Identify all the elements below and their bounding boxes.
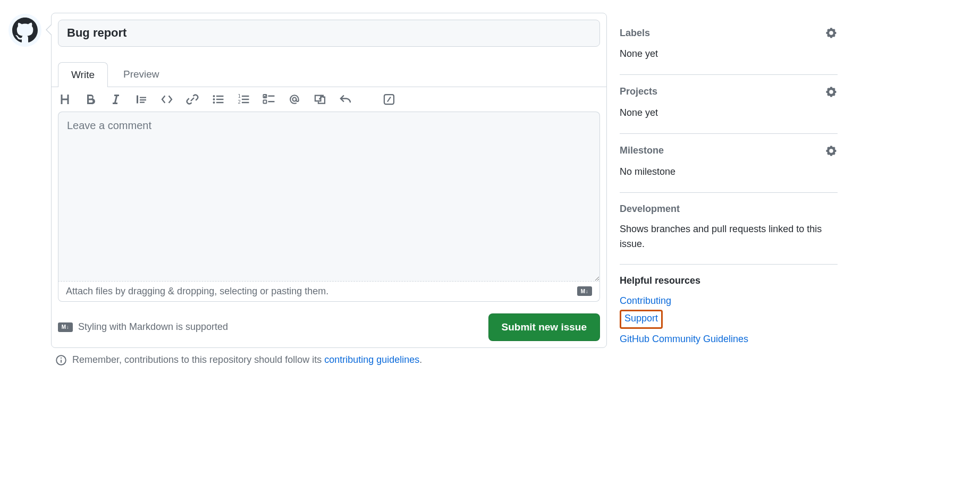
submit-issue-button[interactable]: Submit new issue bbox=[488, 313, 600, 341]
md-toolbar: 12 bbox=[52, 87, 606, 112]
slash-commands-icon[interactable] bbox=[382, 92, 396, 106]
svg-point-1 bbox=[213, 98, 215, 100]
projects-gear-icon[interactable] bbox=[825, 86, 838, 98]
projects-heading: Projects bbox=[620, 86, 657, 97]
issue-title-input[interactable] bbox=[58, 20, 600, 47]
svg-rect-10 bbox=[242, 101, 249, 103]
svg-rect-13 bbox=[264, 100, 267, 103]
reminder-text: Remember, contributions to this reposito… bbox=[72, 354, 324, 365]
milestone-value: No milestone bbox=[620, 165, 838, 180]
svg-rect-5 bbox=[216, 101, 224, 103]
italic-icon[interactable] bbox=[109, 92, 123, 106]
markdown-support-text: Styling with Markdown is supported bbox=[78, 321, 228, 333]
mention-icon[interactable] bbox=[288, 92, 301, 106]
issue-form: Write Preview 12 bbox=[51, 13, 607, 348]
milestone-heading: Milestone bbox=[620, 145, 664, 156]
svg-text:2: 2 bbox=[238, 99, 241, 104]
development-value: Shows branches and pull requests linked … bbox=[620, 222, 838, 252]
comment-textarea[interactable] bbox=[58, 112, 600, 282]
community-guidelines-link[interactable]: GitHub Community Guidelines bbox=[620, 332, 838, 347]
cross-reference-icon[interactable] bbox=[313, 92, 327, 106]
svg-point-18 bbox=[61, 357, 62, 358]
editor-tabs: Write Preview bbox=[52, 47, 606, 87]
svg-rect-8 bbox=[242, 95, 249, 96]
markdown-badge-icon: M↓ bbox=[58, 322, 73, 332]
reply-icon[interactable] bbox=[339, 92, 352, 106]
milestone-gear-icon[interactable] bbox=[825, 144, 838, 157]
development-heading: Development bbox=[620, 203, 680, 215]
svg-point-2 bbox=[213, 101, 215, 104]
svg-text:1: 1 bbox=[238, 94, 241, 99]
avatar[interactable] bbox=[9, 14, 41, 47]
svg-rect-9 bbox=[242, 98, 249, 99]
svg-rect-3 bbox=[216, 95, 224, 96]
tab-preview[interactable]: Preview bbox=[110, 62, 173, 87]
attach-files-bar[interactable]: Attach files by dragging & dropping, sel… bbox=[58, 282, 600, 302]
tab-write[interactable]: Write bbox=[58, 62, 108, 87]
support-link-highlight: Support bbox=[620, 310, 663, 329]
svg-rect-12 bbox=[268, 95, 275, 96]
projects-value: None yet bbox=[620, 106, 838, 121]
numbered-list-icon[interactable]: 12 bbox=[236, 92, 250, 106]
attach-hint-text: Attach files by dragging & dropping, sel… bbox=[66, 286, 328, 297]
issue-sidebar: Labels None yet Projects None yet Milest… bbox=[620, 13, 838, 366]
info-icon bbox=[55, 354, 67, 366]
support-link[interactable]: Support bbox=[624, 311, 658, 326]
bold-icon[interactable] bbox=[83, 92, 97, 106]
markdown-badge-icon: M↓ bbox=[577, 286, 592, 296]
link-icon[interactable] bbox=[185, 92, 199, 106]
contributing-link[interactable]: Contributing bbox=[620, 294, 838, 309]
task-list-icon[interactable] bbox=[262, 92, 276, 106]
helpful-resources-heading: Helpful resources bbox=[620, 275, 700, 286]
quote-icon[interactable] bbox=[134, 92, 148, 106]
svg-rect-4 bbox=[216, 98, 224, 99]
labels-gear-icon[interactable] bbox=[825, 27, 838, 39]
octocat-icon bbox=[12, 18, 38, 43]
svg-rect-14 bbox=[268, 101, 275, 102]
bulleted-list-icon[interactable] bbox=[211, 92, 225, 106]
markdown-support-note[interactable]: M↓ Styling with Markdown is supported bbox=[58, 321, 228, 333]
contributing-guidelines-link[interactable]: contributing guidelines bbox=[324, 354, 419, 365]
contributing-reminder: Remember, contributions to this reposito… bbox=[51, 354, 607, 366]
labels-heading: Labels bbox=[620, 28, 650, 39]
heading-icon[interactable] bbox=[58, 92, 72, 106]
labels-value: None yet bbox=[620, 47, 838, 62]
code-icon[interactable] bbox=[160, 92, 174, 106]
svg-point-0 bbox=[213, 95, 215, 97]
